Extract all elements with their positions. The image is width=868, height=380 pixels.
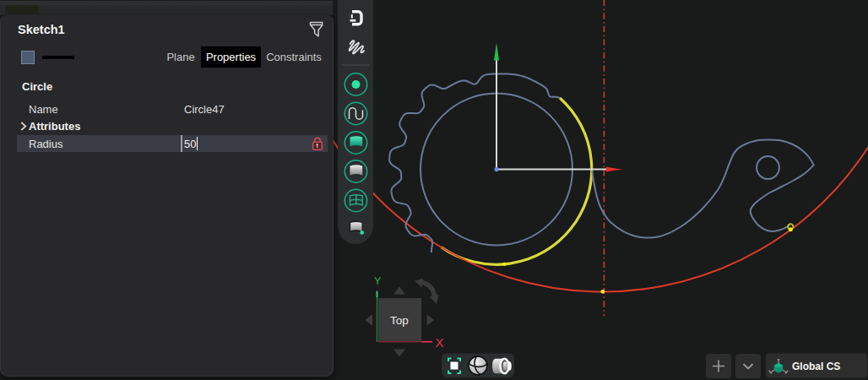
svg-text:Y: Y <box>374 275 382 287</box>
svg-text:Top: Top <box>390 314 409 327</box>
svg-text:X: X <box>436 335 444 350</box>
svg-text:Global CS: Global CS <box>792 361 840 372</box>
